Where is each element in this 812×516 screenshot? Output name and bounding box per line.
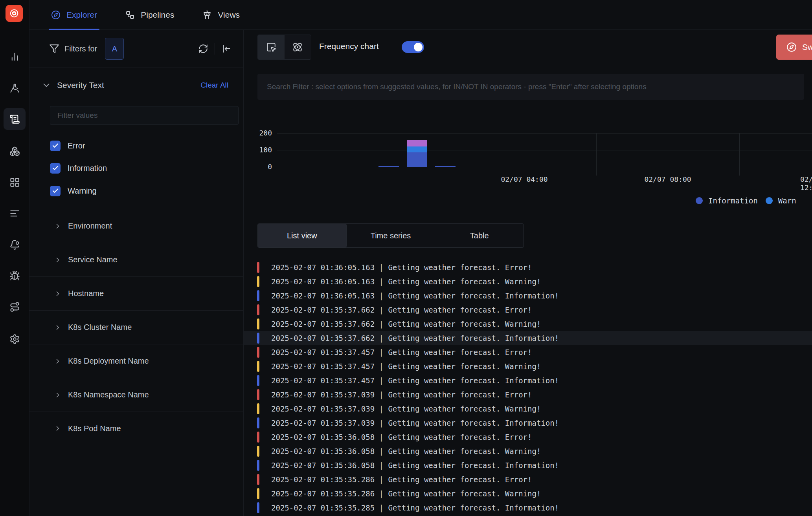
bar-segment-information — [435, 166, 456, 167]
log-line-text: 2025-02-07 01:35:37.662 | Getting weathe… — [271, 303, 532, 317]
log-row[interactable]: 2025-02-07 01:35:37.039 | Getting weathe… — [244, 388, 812, 402]
tower-view-icon — [202, 10, 212, 20]
severity-option-information[interactable]: Information — [50, 163, 107, 174]
checkbox-checked[interactable] — [50, 141, 61, 151]
severity-indicator-warning — [257, 446, 259, 457]
severity-option-error[interactable]: Error — [50, 140, 85, 151]
log-row[interactable]: 2025-02-07 01:35:37.457 | Getting weathe… — [244, 359, 812, 373]
log-row[interactable]: 2025-02-07 01:35:37.662 | Getting weathe… — [244, 317, 812, 331]
log-row[interactable]: 2025-02-07 01:35:36.058 | Getting weathe… — [244, 444, 812, 458]
switch-explorer-button[interactable]: Sw — [776, 35, 812, 60]
sidebar-item-bug[interactable] — [4, 265, 26, 287]
chevron-right-icon — [54, 290, 62, 298]
log-row[interactable]: 2025-02-07 01:35:35.286 | Getting weathe… — [244, 487, 812, 501]
clear-all-link[interactable]: Clear All — [200, 81, 228, 90]
x-axis-tick-label: 02/07 12:00 — [800, 175, 812, 192]
checkbox-checked[interactable] — [50, 163, 61, 174]
legend-dot-icon — [696, 197, 703, 204]
filter-section-environment[interactable]: Environment — [29, 209, 243, 243]
tab-pipelines[interactable]: Pipelines — [125, 0, 174, 30]
legend-item-information[interactable]: Information — [696, 196, 758, 205]
refresh-icon[interactable] — [198, 44, 208, 54]
checkbox-label: Error — [68, 141, 85, 150]
filter-section-k8s-namespace-name[interactable]: K8s Namespace Name — [29, 378, 243, 412]
sidebar-item-gear[interactable] — [4, 328, 26, 350]
compass-icon — [786, 42, 797, 52]
severity-indicator-information — [257, 417, 259, 428]
tab-views[interactable]: Views — [202, 0, 240, 30]
mode-button-square-mouse-pointer[interactable] — [258, 35, 285, 59]
funnel-icon — [49, 44, 59, 54]
filter-values-input[interactable] — [50, 106, 239, 125]
log-row[interactable]: 2025-02-07 01:36:05.163 | Getting weathe… — [244, 289, 812, 303]
log-row[interactable]: 2025-02-07 01:35:37.662 | Getting weathe… — [244, 303, 812, 317]
severity-option-warning[interactable]: Warning — [50, 185, 97, 196]
severity-indicator-information — [257, 333, 259, 344]
sidebar-item-bar-chart[interactable] — [4, 46, 26, 68]
gridline-vertical — [739, 133, 740, 176]
log-row[interactable]: 2025-02-07 01:35:35.285 | Getting weathe… — [244, 501, 812, 515]
bug-icon — [9, 271, 20, 281]
log-row[interactable]: 2025-02-07 01:35:36.058 | Getting weathe… — [244, 430, 812, 444]
log-line-text: 2025-02-07 01:36:05.163 | Getting weathe… — [271, 289, 559, 303]
sidebar-item-list-lines[interactable] — [4, 202, 26, 224]
frequency-chart-toggle[interactable] — [402, 41, 424, 53]
query-badge[interactable]: A — [105, 38, 124, 60]
mode-button-atom[interactable] — [285, 35, 311, 59]
view-tab-list-view[interactable]: List view — [258, 224, 347, 247]
log-row[interactable]: 2025-02-07 01:35:37.039 | Getting weathe… — [244, 416, 812, 430]
sidebar-item-drafting-compass[interactable] — [4, 77, 26, 99]
log-row[interactable]: 2025-02-07 01:36:05.163 | Getting weathe… — [244, 274, 812, 289]
severity-section-label: Severity Text — [57, 81, 104, 90]
checkbox-label: Warning — [68, 187, 97, 196]
sidebar-item-boxes[interactable] — [4, 140, 26, 162]
filter-section-k8s-deployment-name[interactable]: K8s Deployment Name — [29, 344, 243, 378]
log-line-text: 2025-02-07 01:36:05.163 | Getting weathe… — [271, 260, 532, 274]
legend-item-warn[interactable]: Warn — [766, 196, 796, 205]
log-line-text: 2025-02-07 01:35:37.039 | Getting weathe… — [271, 402, 541, 416]
sidebar-item-route[interactable] — [4, 296, 26, 318]
legend-label: Warn — [778, 196, 796, 205]
gridline-horizontal — [277, 167, 812, 167]
search-filter-input[interactable] — [257, 74, 804, 100]
square-mouse-pointer-icon — [266, 42, 276, 52]
log-line-text: 2025-02-07 01:35:37.457 | Getting weathe… — [271, 345, 532, 359]
filter-section-service-name[interactable]: Service Name — [29, 243, 243, 276]
filter-section-k8s-cluster-name[interactable]: K8s Cluster Name — [29, 310, 243, 344]
log-row[interactable]: 2025-02-07 01:36:05.163 | Getting weathe… — [244, 260, 812, 274]
severity-indicator-error — [257, 474, 259, 485]
app-logo[interactable] — [6, 5, 23, 22]
gridline-vertical — [596, 133, 597, 176]
filter-section-label: K8s Pod Name — [68, 424, 121, 433]
log-line-text: 2025-02-07 01:35:36.058 | Getting weathe… — [271, 430, 532, 444]
sidebar-item-logs-scroll[interactable] — [4, 108, 26, 130]
view-tab-time-series[interactable]: Time series — [347, 224, 435, 247]
tab-label: Explorer — [66, 10, 97, 20]
filters-header: Filters for A — [29, 30, 243, 68]
left-icon-rail — [0, 0, 29, 516]
chart-legend: InformationWarn — [696, 196, 812, 205]
filter-section-hostname[interactable]: Hostname — [29, 276, 243, 310]
log-row[interactable]: 2025-02-07 01:35:37.039 | Getting weathe… — [244, 402, 812, 416]
severity-section-header[interactable]: Severity Text Clear All — [41, 68, 228, 102]
sidebar-item-layout-grid[interactable] — [4, 171, 26, 193]
log-row[interactable]: 2025-02-07 01:35:37.457 | Getting weathe… — [244, 345, 812, 359]
chevron-right-icon — [54, 256, 62, 264]
log-row[interactable]: 2025-02-07 01:35:37.457 | Getting weathe… — [244, 373, 812, 388]
log-row[interactable]: 2025-02-07 01:35:35.286 | Getting weathe… — [244, 472, 812, 487]
log-row[interactable]: 2025-02-07 01:35:36.058 | Getting weathe… — [244, 458, 812, 472]
atom-icon — [292, 42, 303, 52]
bell-dot-icon — [9, 240, 20, 250]
filter-section-k8s-pod-name[interactable]: K8s Pod Name — [29, 412, 243, 445]
sidebar-item-bell-dot[interactable] — [4, 234, 26, 256]
log-row[interactable]: 2025-02-07 01:35:37.662 | Getting weathe… — [244, 331, 812, 345]
view-tab-table[interactable]: Table — [435, 224, 524, 247]
checkbox-checked[interactable] — [50, 186, 61, 196]
tab-explorer[interactable]: Explorer — [51, 0, 97, 30]
legend-dot-icon — [766, 197, 773, 204]
collapse-panel-icon[interactable] — [221, 44, 231, 54]
filter-section-label: K8s Namespace Name — [68, 390, 149, 399]
bar-segment-error — [407, 140, 427, 146]
severity-indicator-information — [257, 290, 259, 301]
y-axis-tick-label: 200 — [244, 129, 272, 137]
